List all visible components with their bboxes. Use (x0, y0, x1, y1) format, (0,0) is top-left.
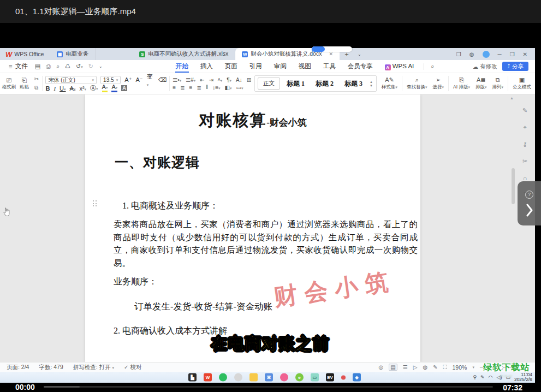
font-size-select[interactable]: 13.5 ▾ (100, 76, 121, 84)
italic-icon[interactable]: I (53, 85, 56, 92)
tab-list-chevron-icon[interactable]: ⌄ (354, 52, 365, 57)
tab-wps-ai[interactable]: AWPS AI (379, 60, 420, 73)
ink-annotate-icon[interactable]: ✎ (433, 364, 437, 370)
select-tool-icon[interactable]: ⌖ (522, 124, 527, 131)
next-video-overlay[interactable]: ? (518, 181, 541, 225)
ai-typeset-button[interactable]: ⎘ AI 排版▾ (450, 74, 473, 93)
styleset-button[interactable]: A✎ 样式集▾ (379, 74, 400, 93)
search-icon[interactable]: ⌕ (428, 63, 437, 70)
skin-settings-icon[interactable]: ◍ (469, 51, 474, 57)
format-painter-button[interactable]: ⎚ 格式刷 (1, 74, 16, 93)
paste-button[interactable]: ⎗ 粘贴 (16, 74, 32, 93)
strikethrough-icon[interactable]: A▾ (70, 85, 76, 92)
shading-icon[interactable]: ◧▾ (225, 85, 232, 91)
file-menu-button[interactable]: ≡ 文件 (4, 62, 32, 70)
increase-font-icon[interactable]: A⁺ (124, 76, 132, 84)
clear-format-icon[interactable]: ⌫ (158, 76, 167, 84)
tab-member[interactable]: 会员专享 (342, 60, 379, 73)
superscript-icon[interactable]: x²▾ (79, 85, 86, 92)
permissions-icon[interactable]: ⚷ (522, 141, 527, 148)
style-gallery-arrows[interactable]: ▲▼ (368, 80, 374, 87)
cut-icon[interactable]: ✂ (34, 76, 38, 82)
typeset-button[interactable]: A≣ 排版▾ (473, 74, 490, 93)
style-heading-3[interactable]: 标题 3 (339, 79, 368, 88)
spellcheck-status[interactable]: 拼写检查: 打开 ▾ (73, 364, 114, 371)
tab-page[interactable]: 页面 (219, 60, 243, 73)
official-doc-button[interactable]: ▣ 公文模式 (510, 74, 534, 93)
tab-home[interactable]: 开始 (170, 60, 194, 73)
style-heading-2[interactable]: 标题 2 (310, 79, 339, 88)
green-browser-icon[interactable]: e (295, 373, 304, 382)
tab-review[interactable]: 审阅 (268, 60, 293, 73)
save-icon[interactable]: ▤ (32, 63, 43, 70)
table-grid-icon[interactable]: ⊞ (247, 77, 251, 83)
character-shading-icon[interactable]: A (121, 85, 127, 91)
cloud-sync-icon[interactable]: ♺ (62, 63, 73, 70)
show-marks-icon[interactable]: ¶▾ (227, 77, 231, 83)
scroll-up-arrow-icon[interactable]: ▲ (510, 96, 514, 100)
tab-insert[interactable]: 插入 (194, 60, 219, 73)
fit-page-icon[interactable]: ⛶ (443, 364, 447, 371)
bold-icon[interactable]: B (45, 85, 50, 92)
blue-map-app-icon[interactable]: ◈ (353, 373, 361, 382)
sort-icon[interactable]: A↓ (236, 77, 242, 83)
wps-taskbar-icon[interactable]: W (204, 373, 212, 382)
sync-status[interactable]: ☁ 有修改 (473, 63, 497, 70)
more-quick-icon[interactable]: ⌄ (96, 64, 105, 69)
select-button[interactable]: ➢ 选择▾ (430, 74, 447, 93)
share-button[interactable]: ⤴ 分享 (502, 62, 528, 71)
find-replace-button[interactable]: ⌕ 查找替换▾ (404, 74, 430, 93)
redo-icon[interactable]: ↻ (86, 63, 96, 70)
border-icon[interactable]: ▭▾ (236, 85, 243, 91)
minimize-button[interactable]: ─ (498, 51, 502, 57)
video-progress-bar[interactable] (44, 386, 493, 388)
video-overlay-pill[interactable] (312, 46, 352, 52)
help-icon[interactable]: ? (525, 191, 533, 199)
text-direction-icon[interactable]: ᴬ▾ (218, 77, 222, 83)
play-presentation-icon[interactable]: ▷ (413, 364, 418, 370)
web-layout-icon[interactable]: ◍ (423, 364, 427, 370)
start-button-icon[interactable] (174, 374, 181, 381)
font-name-select[interactable]: 宋体 (正文) ▾ (45, 76, 97, 84)
increase-indent-icon[interactable]: ⇥ (209, 77, 213, 83)
undo-icon[interactable]: ↺▾ (73, 63, 86, 70)
wechat-icon[interactable] (219, 373, 227, 382)
highlight-color-icon[interactable]: A▾ (102, 84, 108, 92)
align-center-icon[interactable]: ≣ (180, 85, 185, 91)
zoom-chevron-icon[interactable]: ▾ (472, 365, 474, 370)
zoom-level[interactable]: 190% (453, 364, 467, 371)
recording-dot-icon[interactable] (341, 375, 346, 379)
screenshare-app-icon[interactable]: ▭ (311, 373, 319, 382)
copy-icon[interactable]: ⧉ (34, 85, 38, 91)
distribute-icon[interactable]: ⦀ (206, 84, 208, 91)
font-color-icon[interactable]: A▾ (111, 84, 117, 92)
document-page[interactable]: 对账核算-财会小筑 一、对账逻辑 1. 电商概述及业务顺序： 卖家将商品放在网上… (85, 94, 420, 363)
snip-tool-icon[interactable]: ✂ (522, 158, 527, 165)
file-tab-ecommerce[interactable]: ▦ 电商业务 (50, 48, 96, 60)
align-right-icon[interactable]: ≡ (189, 85, 193, 91)
account-avatar[interactable] (483, 51, 490, 58)
bullet-list-icon[interactable]: ☰•▾ (173, 77, 181, 83)
read-mode-icon[interactable]: ◎ (379, 364, 384, 370)
word-count[interactable]: 字数: 479 (39, 364, 63, 371)
annotate-pen-icon[interactable]: ✎ (522, 107, 527, 114)
pink-app-icon[interactable] (280, 373, 288, 382)
proofread-button[interactable]: ✓ 校对 (124, 364, 141, 371)
line-spacing-icon[interactable]: ↕≡▾ (212, 85, 220, 91)
text-effects-icon[interactable]: Ⓐ▾ (90, 84, 98, 92)
decrease-indent-icon[interactable]: ⇤ (200, 77, 204, 83)
folder-icon[interactable] (249, 373, 258, 382)
tab-tools[interactable]: 工具 (317, 60, 342, 73)
underline-icon[interactable]: U▾ (60, 85, 66, 92)
style-normal[interactable]: 正文 (258, 78, 280, 90)
file-tab-xlsx[interactable]: S 电商不同确认收入方式讲解.xlsx (133, 48, 235, 60)
tab-view[interactable]: 视图 (293, 60, 317, 73)
support-headset-icon[interactable]: ∩ (522, 175, 527, 181)
numbered-list-icon[interactable]: ☰#▾ (186, 77, 195, 83)
close-tab-icon[interactable]: ✕ (329, 51, 333, 57)
recorder-app-icon[interactable]: EV (326, 373, 334, 382)
close-window-button[interactable]: ✕ (523, 51, 527, 57)
print-preview-icon[interactable]: ⌕ (53, 63, 62, 70)
scrollbar-thumb[interactable] (512, 168, 515, 204)
paragraph-drag-handle-icon[interactable] (93, 200, 97, 207)
